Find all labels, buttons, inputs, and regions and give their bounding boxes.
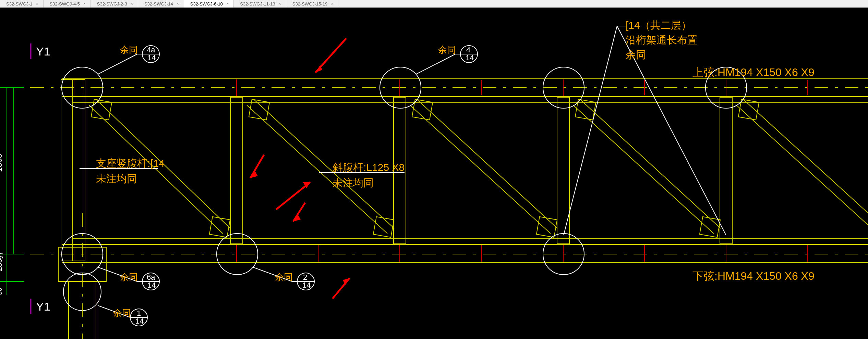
svg-line-102 xyxy=(564,26,617,235)
bubble-2-bot: 14 xyxy=(302,281,311,289)
svg-line-44 xyxy=(580,99,721,228)
bottom-chord xyxy=(0,238,868,263)
bubble-6a-top: 6a xyxy=(147,273,155,281)
arrow-3 xyxy=(276,182,310,210)
tab-swgj-6-10[interactable]: S32-SWGJ-6-10 × xyxy=(184,0,234,8)
close-icon[interactable]: × xyxy=(226,1,229,6)
arrow-5 xyxy=(333,278,350,299)
annotations: 支座竖腹杆:[14 未注均同 斜腹杆:L125 X8 未注均同 [14（共二层）… xyxy=(80,20,815,282)
tab-swgj-11-13[interactable]: S32-SWGJ-11-13 × xyxy=(234,0,286,8)
tab-swgj-2-3[interactable]: S32-SWGJ-2-3 × xyxy=(91,0,138,8)
cad-viewport[interactable]: 4a 14 余同 4 14 余同 6a 14 余同 2 14 余同 xyxy=(0,8,868,339)
svg-text:97: 97 xyxy=(0,252,4,259)
same-label-5: 余同 xyxy=(113,308,131,318)
svg-line-48 xyxy=(743,99,868,213)
close-icon[interactable]: × xyxy=(131,1,133,6)
svg-line-39 xyxy=(410,105,551,234)
label-diag-2: 未注均同 xyxy=(333,177,374,188)
bubble-4a-top: 4a xyxy=(147,46,155,54)
svg-line-63 xyxy=(416,54,455,74)
bubble-6a-bot: 14 xyxy=(147,281,156,289)
tab-swgj-1[interactable]: S32-SWGJ-1 × xyxy=(0,0,44,8)
svg-text:230: 230 xyxy=(0,259,3,271)
arrow-2 xyxy=(250,155,264,178)
bubble-4a-bot: 14 xyxy=(147,53,156,62)
svg-line-107 xyxy=(250,155,264,178)
close-icon[interactable]: × xyxy=(177,1,179,6)
svg-text:50: 50 xyxy=(0,288,3,295)
svg-line-40 xyxy=(417,99,557,228)
svg-rect-46 xyxy=(700,217,720,237)
file-tab-bar: S32-SWGJ-1 × S32-SWGJ-4-5 × S32-SWGJ-2-3… xyxy=(0,0,868,8)
label-top-chord: 上弦:HM194 X150 X6 X9 xyxy=(692,66,815,78)
tab-label: S32-SWGJ-4-5 xyxy=(50,1,80,7)
close-icon[interactable]: × xyxy=(83,1,86,6)
bubble-1-bot: 14 xyxy=(135,317,144,325)
tab-label: S32-SWGJ-1 xyxy=(6,1,33,7)
svg-rect-34 xyxy=(209,217,230,237)
tab-label: S32-SWGJ-15-19 xyxy=(292,1,328,7)
close-icon[interactable]: × xyxy=(279,1,281,6)
close-icon[interactable]: × xyxy=(331,1,333,6)
svg-text:1300: 1300 xyxy=(0,154,3,172)
bubble-4-top: 4 xyxy=(466,46,470,54)
tab-swgj-14[interactable]: S32-SWGJ-14 × xyxy=(138,0,184,8)
svg-line-47 xyxy=(736,105,868,225)
detail-callouts: 4a 14 余同 4 14 余同 6a 14 余同 2 14 余同 xyxy=(62,45,747,326)
grid-y1-top: Y1 xyxy=(31,43,50,59)
same-label-2: 余同 xyxy=(438,45,456,55)
tab-label: S32-SWGJ-2-3 xyxy=(97,1,127,7)
svg-line-43 xyxy=(573,105,714,234)
svg-line-31 xyxy=(89,105,223,234)
label-seat-vert-2: 未注均同 xyxy=(96,173,137,184)
arrow-4 xyxy=(293,203,305,222)
svg-line-109 xyxy=(276,182,310,210)
tab-swgj-4-5[interactable]: S32-SWGJ-4-5 × xyxy=(44,0,91,8)
same-label-1: 余同 xyxy=(120,45,138,55)
svg-rect-28 xyxy=(720,97,732,244)
label-c14-1: [14（共二层） xyxy=(626,20,691,31)
same-label-3: 余同 xyxy=(120,272,138,282)
tab-label: S32-SWGJ-6-10 xyxy=(190,1,223,7)
label-bot-chord: 下弦:HM194 X150 X6 X9 xyxy=(692,270,815,282)
svg-text:Y1: Y1 xyxy=(36,45,50,58)
close-icon[interactable]: × xyxy=(36,1,38,6)
svg-text:Y1: Y1 xyxy=(36,300,50,313)
top-chord xyxy=(0,79,868,103)
arrow-1 xyxy=(315,38,346,73)
truss-webs xyxy=(89,79,868,262)
label-diag-1: 斜腹杆:L125 X8 xyxy=(333,162,405,173)
label-c14-2: 沿桁架通长布置 xyxy=(626,34,698,46)
label-seat-vert-1: 支座竖腹杆:[14 xyxy=(96,158,165,169)
svg-line-58 xyxy=(98,54,137,74)
tab-label: S32-SWGJ-14 xyxy=(144,1,173,7)
tab-label: S32-SWGJ-11-13 xyxy=(240,1,275,7)
bubble-1-top: 1 xyxy=(137,309,141,317)
tab-swgj-15-19[interactable]: S32-SWGJ-15-19 × xyxy=(286,0,339,8)
label-c14-3: 余同 xyxy=(626,49,646,60)
bubble-2-top: 2 xyxy=(303,273,307,281)
svg-rect-19 xyxy=(230,97,243,244)
svg-rect-42 xyxy=(537,217,557,237)
svg-rect-25 xyxy=(557,97,569,244)
dimensions: 1300 230 97 50 xyxy=(0,88,24,295)
grid-y1-bottom: Y1 xyxy=(31,299,50,314)
same-label-4: 余同 xyxy=(275,272,293,282)
svg-rect-38 xyxy=(373,217,394,237)
bubble-4-bot: 14 xyxy=(466,53,474,62)
